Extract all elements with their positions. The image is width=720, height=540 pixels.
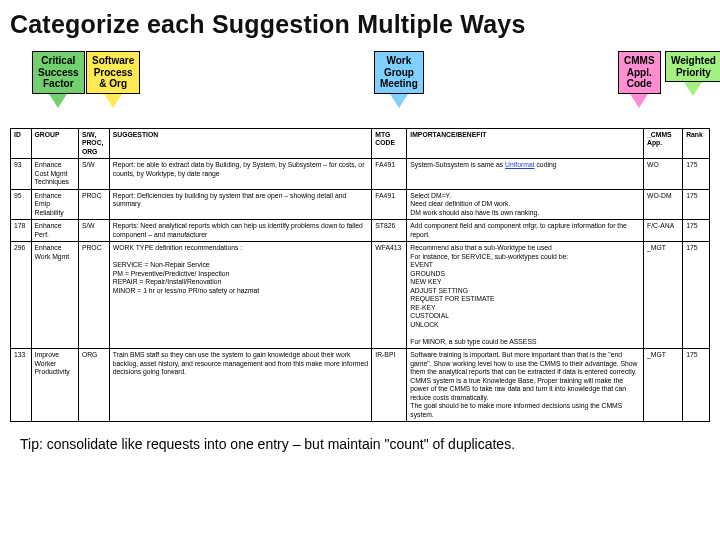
col-rank: Rank [683,129,710,159]
cell-cmms: WO-DM [644,189,683,219]
table-row: 93Enhance Cost Mgmt TechniquesS/WReport:… [11,159,710,189]
chevron-down-icon [104,94,122,108]
tip-text: Tip: consolidate like requests into one … [20,436,710,452]
cell-group: Enhance Perf. [31,220,78,242]
cell-id: 178 [11,220,32,242]
category-pointer: CMMSAppl.Code [618,51,661,108]
cell-id: 93 [11,159,32,189]
cell-rank: 175 [683,220,710,242]
cell-sugg: Report: be able to extract data by Build… [109,159,372,189]
cell-swpo: ORG [78,349,109,422]
cell-cmms: _MGT [644,349,683,422]
cell-imp: System-Subsystem is same as Uniformat co… [407,159,644,189]
cell-id: 95 [11,189,32,219]
chevron-down-icon [684,82,702,96]
pointer-label: CMMSAppl.Code [618,51,661,94]
col-group: GROUP [31,129,78,159]
pointer-label: SoftwareProcess& Org [86,51,140,94]
cell-mtg: ST826 [372,220,407,242]
cell-mtg: IR-BPI [372,349,407,422]
table-row: 133Improve Worker ProductivityORGTrain B… [11,349,710,422]
pointer-label: WorkGroupMeeting [374,51,424,94]
pointer-label: CriticalSuccessFactor [32,51,85,94]
suggestion-table: ID GROUP S/W, PROC, ORG SUGGESTION MTG C… [10,128,710,422]
cell-imp: Select DM=Y.Need clear definition of DM … [407,189,644,219]
slide-title: Categorize each Suggestion Multiple Ways [10,10,710,39]
cell-imp: Software training is important. But more… [407,349,644,422]
category-pointer: WorkGroupMeeting [374,51,424,108]
pointer-label: WeightedPriority [665,51,720,82]
cell-swpo: S/W [78,220,109,242]
cell-id: 133 [11,349,32,422]
table-header-row: ID GROUP S/W, PROC, ORG SUGGESTION MTG C… [11,129,710,159]
table-row: 178Enhance Perf.S/WReports: Need analyti… [11,220,710,242]
col-cmms: _CMMS App. [644,129,683,159]
cell-mtg: FA491 [372,189,407,219]
cell-mtg: WFA413 [372,242,407,349]
cell-cmms: F/C-ANA [644,220,683,242]
cell-imp: Add component field and component mfgr, … [407,220,644,242]
cell-group: Improve Worker Productivity [31,349,78,422]
cell-mtg: FA491 [372,159,407,189]
category-pointer: SoftwareProcess& Org [86,51,140,108]
cell-cmms: _MGT [644,242,683,349]
cell-cmms: WO [644,159,683,189]
cell-rank: 175 [683,159,710,189]
pointer-row: CriticalSuccessFactorSoftwareProcess& Or… [10,51,710,126]
cell-sugg: Train BMS staff so they can use the syst… [109,349,372,422]
table-row: 296Enhance Work MgmtPROCWORK TYPE defini… [11,242,710,349]
chevron-down-icon [390,94,408,108]
cell-rank: 175 [683,189,710,219]
cell-sugg: Reports: Need analytical reports which c… [109,220,372,242]
col-swpo: S/W, PROC, ORG [78,129,109,159]
col-id: ID [11,129,32,159]
cell-group: Enhance Cost Mgmt Techniques [31,159,78,189]
cell-group: Enhance Work Mgmt [31,242,78,349]
chevron-down-icon [630,94,648,108]
cell-group: Enhance Emip Reliability [31,189,78,219]
cell-sugg: Report: Deficiencies by building by syst… [109,189,372,219]
cell-rank: 175 [683,242,710,349]
cell-rank: 175 [683,349,710,422]
col-imp: IMPORTANCE/BENEFIT [407,129,644,159]
cell-swpo: PROC [78,242,109,349]
cell-swpo: PROC [78,189,109,219]
cell-imp: Recommend also that a sub-Worktype be us… [407,242,644,349]
category-pointer: WeightedPriority [665,51,720,96]
chevron-down-icon [49,94,67,108]
table-row: 95Enhance Emip ReliabilityPROCReport: De… [11,189,710,219]
col-mtg: MTG CODE [372,129,407,159]
cell-sugg: WORK TYPE definition recommendations :SE… [109,242,372,349]
category-pointer: CriticalSuccessFactor [32,51,85,108]
cell-swpo: S/W [78,159,109,189]
col-sugg: SUGGESTION [109,129,372,159]
cell-id: 296 [11,242,32,349]
